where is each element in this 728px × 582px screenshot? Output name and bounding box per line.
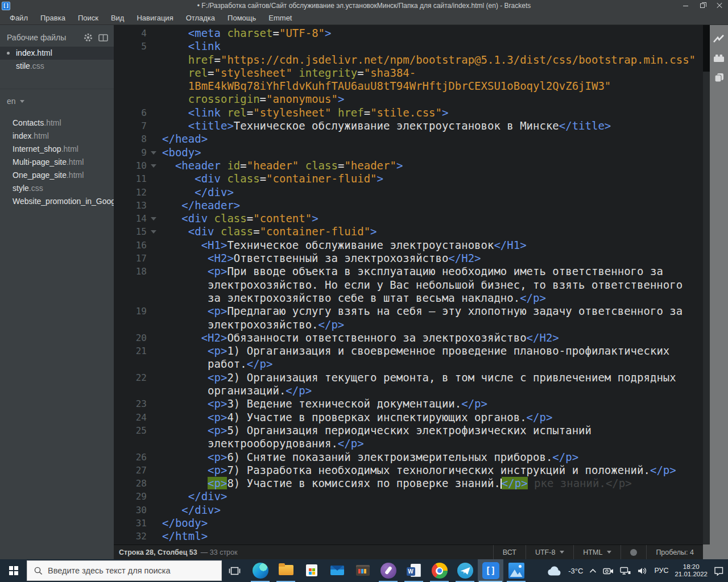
menu-edit[interactable]: Правка: [34, 14, 72, 22]
menu-debug[interactable]: Отладка: [180, 14, 221, 22]
taskbar-app-explorer[interactable]: [273, 559, 299, 582]
close-button[interactable]: [711, 0, 728, 11]
code-row[interactable]: электрохозяйство.</p>: [114, 318, 703, 331]
code-row[interactable]: 19 <p>Предлагаю услугу взять на себя — э…: [114, 305, 703, 318]
code-row[interactable]: 31</body>: [114, 517, 703, 530]
code-row[interactable]: 23 <p>3) Ведение технической документаци…: [114, 397, 703, 410]
taskbar-app-telegram[interactable]: [452, 559, 478, 582]
project-file-Multi-page_site[interactable]: Multi-page_site.html: [0, 156, 114, 169]
fold-marker[interactable]: [147, 159, 162, 172]
search-input[interactable]: [48, 566, 215, 575]
code-row[interactable]: 32</html>: [114, 530, 703, 543]
code-row[interactable]: 12 </div>: [114, 186, 703, 199]
project-file-Contacts[interactable]: Contacts.html: [0, 117, 114, 130]
menu-find[interactable]: Поиск: [72, 14, 105, 22]
extension-manager-icon[interactable]: [713, 54, 725, 63]
clock[interactable]: 18:20 21.01.2022: [675, 563, 708, 579]
code-row[interactable]: 24 <p>4) Участие в проверках инспектирую…: [114, 411, 703, 424]
insert-mode-toggle[interactable]: ВСТ: [493, 545, 526, 559]
code-row[interactable]: 21 <p>1) Оргаганизация и своевременное п…: [114, 344, 703, 357]
taskbar-app-mail[interactable]: [324, 559, 350, 582]
taskbar-app-store[interactable]: [299, 559, 324, 582]
code-row[interactable]: электрохозяйство. Но если у Вас небольшо…: [114, 278, 703, 292]
code-row[interactable]: 6 <link rel="stylesheet" href="stile.css…: [114, 106, 703, 119]
code-row[interactable]: 5 <link: [114, 40, 703, 53]
code-row[interactable]: 17 <H2>Ответственный за электрохозяйство…: [114, 252, 703, 265]
taskbar-app-keyfolder[interactable]: [350, 559, 375, 582]
code-row[interactable]: 10 <header id="header" class="header">: [114, 159, 703, 172]
project-file-index[interactable]: index.html: [0, 130, 114, 143]
minimize-button[interactable]: [677, 0, 694, 11]
code-row[interactable]: 7 <title>Техническое обслуживание электр…: [114, 119, 703, 132]
language-dropdown[interactable]: HTML: [573, 545, 621, 559]
code-row[interactable]: 8</head>: [114, 132, 703, 146]
menu-emmet[interactable]: Emmet: [262, 14, 298, 22]
working-file-index[interactable]: index.html: [0, 47, 114, 60]
code-row[interactable]: 29 </div>: [114, 490, 703, 503]
code-row[interactable]: crossorigin="anonymous">: [114, 93, 703, 106]
compare-files-icon[interactable]: [714, 73, 725, 82]
menu-help[interactable]: Помощь: [221, 14, 262, 22]
indent-setting[interactable]: Пробелы: 4: [646, 545, 703, 559]
code-row[interactable]: 4 <meta charset="UTF-8">: [114, 27, 703, 40]
tray-chevron-icon[interactable]: [589, 568, 597, 573]
code-row[interactable]: организаций.</p>: [114, 384, 703, 397]
taskbar-app-chrome[interactable]: [427, 559, 452, 582]
code-row[interactable]: 11 <div class="container-fluid">: [114, 172, 703, 185]
code-row[interactable]: 20 <H2>Обязанности ответственного за эле…: [114, 331, 703, 344]
temperature[interactable]: -3°C: [568, 567, 583, 575]
code-row[interactable]: 9<body>: [114, 146, 703, 159]
menu-file[interactable]: Файл: [3, 14, 34, 22]
live-preview-icon[interactable]: [713, 34, 725, 44]
menu-view[interactable]: Вид: [105, 14, 131, 22]
code-row[interactable]: 1BmE4kWBq78iYhFldvKuhfTAU6auU8tT94WrHftj…: [114, 80, 703, 93]
fold-marker[interactable]: [147, 146, 162, 159]
editor-scrollbar[interactable]: [703, 25, 710, 544]
taskbar-app-edge[interactable]: [247, 559, 273, 582]
code-row[interactable]: за электрохозяйство себе в штат весьма н…: [114, 292, 703, 305]
code-row[interactable]: rel="stylesheet" integrity="sha384-: [114, 66, 703, 80]
split-view-icon[interactable]: [98, 34, 108, 41]
start-button[interactable]: [0, 559, 27, 582]
camera-tray-icon[interactable]: [603, 567, 614, 575]
fold-marker[interactable]: [147, 225, 162, 238]
menu-navigate[interactable]: Навигация: [130, 14, 179, 22]
code-row[interactable]: href="https://cdn.jsdelivr.net/npm/boots…: [114, 53, 703, 66]
code-row[interactable]: 18 <p>При вводе объекта в эксплуатацию н…: [114, 265, 703, 278]
taskbar-app-word[interactable]: [401, 559, 427, 582]
code-row[interactable]: 25 <p>5) Организация периодических элект…: [114, 424, 703, 437]
code-row[interactable]: 22 <p>2) Организация текущего ремонта, в…: [114, 371, 703, 384]
gear-icon[interactable]: [84, 33, 93, 42]
encoding-dropdown[interactable]: UTF-8: [526, 545, 573, 559]
task-view-button[interactable]: [222, 559, 247, 582]
lint-status[interactable]: [621, 545, 646, 559]
code-row[interactable]: 27 <p>7) Разработка необходимых технолог…: [114, 464, 703, 477]
project-file-style[interactable]: style.css: [0, 182, 114, 195]
keyboard-language[interactable]: РУС: [654, 567, 668, 575]
taskbar-app-viber[interactable]: [375, 559, 401, 582]
project-file-Internet_shop[interactable]: Internet_shop.html: [0, 143, 114, 156]
code-area[interactable]: 4 <meta charset="UTF-8">5 <link href="ht…: [114, 25, 703, 544]
project-file-Website_promotion_in_Google[interactable]: Website_promotion_in_Google.html: [0, 195, 114, 208]
taskbar-app-brackets[interactable]: [478, 559, 503, 582]
scrollbar-thumb[interactable]: [703, 25, 710, 72]
fold-marker[interactable]: [147, 212, 162, 225]
code-row[interactable]: 16 <H1>Техническое обслуживание электроу…: [114, 239, 703, 252]
code-row[interactable]: 26 <p>6) Снятие показаний электроизмерит…: [114, 451, 703, 464]
weather-cloud-icon[interactable]: [547, 566, 562, 576]
code-row[interactable]: работ.</p>: [114, 357, 703, 371]
restore-button[interactable]: [694, 0, 711, 11]
code-row[interactable]: 15 <div class="container-fluid">: [114, 225, 703, 238]
code-row[interactable]: 14 <div class="content">: [114, 212, 703, 225]
taskbar-search[interactable]: [27, 560, 222, 581]
taskbar-app-photos[interactable]: [503, 559, 529, 582]
code-row[interactable]: 30 </div>: [114, 504, 703, 517]
code-row[interactable]: электрооборудования.</p>: [114, 437, 703, 450]
action-center-icon[interactable]: [714, 566, 724, 576]
project-file-One_page_site[interactable]: One_page_site.html: [0, 169, 114, 182]
code-row[interactable]: 13 </header>: [114, 199, 703, 212]
code-row[interactable]: 28 <p>8) Участие в комиссиях по проверке…: [114, 477, 703, 490]
network-icon[interactable]: [620, 567, 631, 575]
working-file-stile[interactable]: stile.css: [0, 60, 114, 73]
project-dropdown[interactable]: en: [0, 89, 114, 108]
